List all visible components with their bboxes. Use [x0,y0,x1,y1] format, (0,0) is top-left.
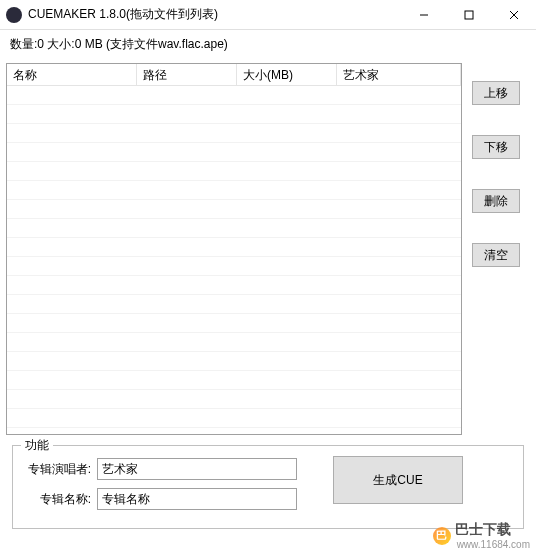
artist-label: 专辑演唱者: [21,461,97,478]
column-header-path[interactable]: 路径 [137,64,237,85]
list-row [7,409,461,428]
app-icon [6,7,22,23]
clear-button[interactable]: 清空 [472,243,520,267]
move-up-button[interactable]: 上移 [472,81,520,105]
minimize-button[interactable] [401,0,446,29]
close-button[interactable] [491,0,536,29]
watermark-url: www.11684.com [457,539,530,550]
list-row [7,219,461,238]
titlebar: CUEMAKER 1.8.0(拖动文件到列表) [0,0,536,30]
album-label: 专辑名称: [21,491,97,508]
list-row [7,295,461,314]
watermark: 巴 巴士下载 www.11684.com [433,521,530,550]
list-row [7,143,461,162]
list-row [7,333,461,352]
list-header: 名称 路径 大小(MB) 艺术家 [7,64,461,86]
main-area: 名称 路径 大小(MB) 艺术家 [0,59,536,529]
list-body[interactable] [7,86,461,435]
list-row [7,390,461,409]
list-row [7,371,461,390]
album-input[interactable] [97,488,297,510]
function-group: 功能 专辑演唱者: 专辑名称: 生成CUE [12,445,524,529]
side-buttons: 上移 下移 删除 清空 [472,63,520,297]
window-controls [401,0,536,29]
delete-button[interactable]: 删除 [472,189,520,213]
list-row [7,276,461,295]
function-group-label: 功能 [21,437,53,454]
minimize-icon [419,10,429,20]
list-row [7,86,461,105]
column-header-artist[interactable]: 艺术家 [337,64,461,85]
maximize-button[interactable] [446,0,491,29]
list-row [7,238,461,257]
file-list[interactable]: 名称 路径 大小(MB) 艺术家 [6,63,462,435]
generate-cue-button[interactable]: 生成CUE [333,456,463,504]
window-title: CUEMAKER 1.8.0(拖动文件到列表) [28,6,401,23]
watermark-icon: 巴 [433,527,451,545]
move-down-button[interactable]: 下移 [472,135,520,159]
watermark-text: 巴士下载 [455,521,530,539]
close-icon [509,10,519,20]
list-row [7,200,461,219]
list-row [7,352,461,371]
maximize-icon [464,10,474,20]
list-row [7,181,461,200]
svg-rect-1 [465,11,473,19]
list-row [7,257,461,276]
column-header-name[interactable]: 名称 [7,64,137,85]
list-row [7,314,461,333]
list-row [7,105,461,124]
list-wrap: 名称 路径 大小(MB) 艺术家 [6,63,530,435]
list-row [7,124,461,143]
status-text: 数量:0 大小:0 MB (支持文件wav.flac.ape) [0,30,536,59]
list-row [7,162,461,181]
column-header-size[interactable]: 大小(MB) [237,64,337,85]
artist-input[interactable] [97,458,297,480]
